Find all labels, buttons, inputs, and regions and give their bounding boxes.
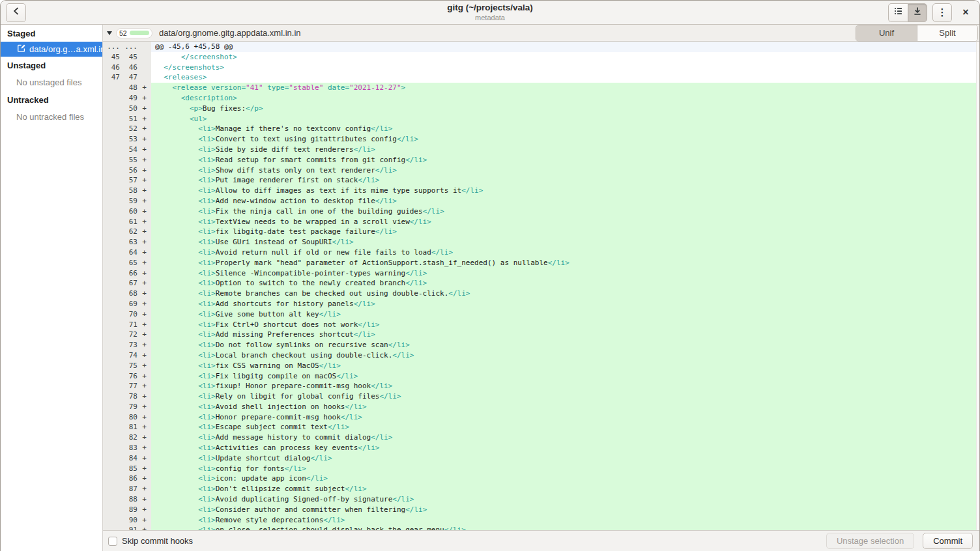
diff-line[interactable]: ......@@ -45,6 +45,58 @@	[103, 42, 979, 52]
diff-line[interactable]: 70+ <li>Give some button alt key</li>	[103, 309, 979, 320]
diff-line[interactable]: 60+ <li>Fix the ninja call in one of the…	[103, 206, 979, 217]
diff-line-code: <li>Read setup for smart commits from gi…	[151, 155, 979, 165]
staged-file-label: data/org.g…a.xml.in.in	[29, 44, 102, 54]
diff-line[interactable]: 48+ <release version="41" type="stable" …	[103, 83, 979, 93]
diff-line[interactable]: 56+ <li>Show diff stats only on text ren…	[103, 165, 979, 176]
diff-line-code: <releases>	[151, 72, 979, 83]
diff-line[interactable]: 54+ <li>Side by side diff text renderers…	[103, 145, 979, 155]
diff-line[interactable]: 71+ <li>Fix Ctrl+O shortcut does not wor…	[103, 320, 979, 330]
diff-line[interactable]: 74+ <li>Local branch checkout using doub…	[103, 350, 979, 361]
diff-line-gutter: 81+	[103, 422, 151, 432]
vertical-scrollbar[interactable]	[976, 42, 979, 530]
diff-line[interactable]: 87+ <li>Don't ellipsize commit subject</…	[103, 484, 979, 494]
diff-line[interactable]: 73+ <li>Do not follow symlinks on recurs…	[103, 340, 979, 350]
diff-line-gutter: 56+	[103, 165, 151, 176]
diff-line-code: <li>Side by side diff text renderers</li…	[151, 145, 979, 155]
diff-line[interactable]: 78+ <li>Rely on libgit for global config…	[103, 391, 979, 402]
diff-line-gutter: 76+	[103, 371, 151, 382]
diff-line-gutter: 83+	[103, 443, 151, 453]
diff-line-code: </screenshots>	[151, 63, 979, 73]
diff-line[interactable]: 76+ <li>Fix libgitg compile on macOS</li…	[103, 371, 979, 382]
diff-line[interactable]: 79+ <li>Avoid shell injection on hooks</…	[103, 402, 979, 412]
unstaged-empty-label: No unstaged files	[1, 74, 102, 91]
diff-line[interactable]: 82+ <li>Add message history to commit di…	[103, 432, 979, 443]
diff-line[interactable]: 90+ <li>Remove style deprecations</li>	[103, 515, 979, 526]
diff-line[interactable]: 86+ <li>icon: update app icon</li>	[103, 473, 979, 484]
list-view-button[interactable]	[888, 3, 908, 22]
unified-mode-button[interactable]: Unif	[856, 25, 917, 41]
diff-file-header: 52 data/org.gnome.gitg.appdata.xml.in.in…	[103, 25, 979, 42]
diff-line[interactable]: 63+ <li>Use GUri instead of SoupURI</li>	[103, 237, 979, 247]
diff-line[interactable]: 52+ <li>Manage if there's no textconv co…	[103, 124, 979, 134]
unstage-selection-button[interactable]: Unstage selection	[826, 533, 914, 549]
close-button[interactable]: ×	[957, 4, 974, 21]
diff-line[interactable]: 69+ <li>Add shortcuts for history panels…	[103, 299, 979, 309]
diff-line[interactable]: 67+ <li>Option to switch to the newly cr…	[103, 278, 979, 289]
split-mode-button[interactable]: Split	[917, 25, 977, 41]
diff-line-code: <li>fixup! Honor prepare-commit-msg hook…	[151, 381, 979, 391]
diff-line[interactable]: 75+ <li>fix CSS warning on MacOS</li>	[103, 361, 979, 371]
diff-line[interactable]: 59+ <li>Add new-window action to desktop…	[103, 196, 979, 206]
diff-line[interactable]: 68+ <li>Remote branches can be checked o…	[103, 289, 979, 299]
commit-view-button[interactable]	[908, 3, 927, 22]
diff-line[interactable]: 51+ <ul>	[103, 114, 979, 124]
diff-line-code: <p>Bug fixes:</p>	[151, 104, 979, 114]
diff-line-gutter: 82+	[103, 432, 151, 443]
diff-line-code: <li>Activities can process key events</l…	[151, 443, 979, 453]
diff-line-code: <li>Manage if there's no textconv config…	[151, 124, 979, 134]
diff-line[interactable]: 4747 <releases>	[103, 72, 979, 83]
diff-line[interactable]: 58+ <li>Allow to diff images as text if …	[103, 186, 979, 196]
diff-line-gutter: 61+	[103, 217, 151, 227]
diff-line[interactable]: 88+ <li>Avoid duplicating Signed-off-by …	[103, 494, 979, 505]
diff-line[interactable]: 72+ <li>Add missing Preferences shortcut…	[103, 330, 979, 340]
skip-commit-hooks-checkbox[interactable]	[108, 537, 117, 546]
diff-line[interactable]: 49+ <description>	[103, 93, 979, 104]
diff-line[interactable]: 4646 </screenshots>	[103, 63, 979, 73]
diff-line[interactable]: 83+ <li>Activities can process key event…	[103, 443, 979, 453]
diff-line-gutter: 54+	[103, 145, 151, 155]
diff-line-code: <li>icon: update app icon</li>	[151, 473, 979, 484]
diff-line[interactable]: 61+ <li>TextView needs to be wrapped in …	[103, 217, 979, 227]
window-title: gitg (~/projects/vala)	[447, 3, 533, 13]
diff-line-code: <release version="41" type="stable" date…	[151, 83, 979, 93]
diff-line[interactable]: 77+ <li>fixup! Honor prepare-commit-msg …	[103, 381, 979, 391]
diff-line-gutter: 74+	[103, 350, 151, 361]
diff-line[interactable]: 80+ <li>Honor prepare-commit-msg hook</l…	[103, 412, 979, 423]
additions-count: 52	[119, 29, 127, 37]
diff-line-gutter: 4747	[103, 72, 151, 83]
file-expander[interactable]: 52	[103, 28, 152, 38]
diff-line-gutter: 55+	[103, 155, 151, 165]
diff-line-code: <li>Rely on libgit for global config fil…	[151, 391, 979, 402]
sidebar-item-staged-file[interactable]: data/org.g…a.xml.in.in	[1, 42, 102, 57]
diff-line[interactable]: 91+ <li>on close, selection should displ…	[103, 525, 979, 530]
menu-button[interactable]: ⋮	[932, 3, 952, 22]
list-icon	[893, 6, 904, 19]
diff-line-code: <li>Fix libgitg compile on macOS</li>	[151, 371, 979, 382]
diff-line-gutter: 89+	[103, 505, 151, 515]
diff-line[interactable]: 55+ <li>Read setup for smart commits fro…	[103, 155, 979, 165]
back-button[interactable]	[6, 3, 26, 22]
untracked-empty-label: No untracked files	[1, 108, 102, 126]
commit-button[interactable]: Commit	[923, 533, 973, 549]
diff-line[interactable]: 4545 </screenshot>	[103, 52, 979, 63]
diff-line[interactable]: 62+ <li>fix libgitg-date test package fa…	[103, 227, 979, 237]
diff-line-code: <li>fix libgitg-date test package failur…	[151, 227, 979, 237]
close-icon: ×	[962, 7, 968, 18]
diff-line[interactable]: 65+ <li>Properly mark "head" parameter o…	[103, 258, 979, 268]
diff-line[interactable]: 66+ <li>Silence -Wincompatible-pointer-t…	[103, 268, 979, 279]
diff-line-code: <li>fix CSS warning on MacOS</li>	[151, 361, 979, 371]
diff-line[interactable]: 81+ <li>Escape subject commit text</li>	[103, 422, 979, 432]
diff-line[interactable]: 89+ <li>Consider author and committer wh…	[103, 505, 979, 515]
diff-line[interactable]: 85+ <li>config for fonts</li>	[103, 464, 979, 474]
diff-line[interactable]: 53+ <li>Convert to text using gitattribu…	[103, 134, 979, 145]
diff-line[interactable]: 57+ <li>Put image renderer first on stac…	[103, 175, 979, 186]
diff-line-gutter: 4545	[103, 52, 151, 63]
diff-line[interactable]: 64+ <li>Avoid return null if old or new …	[103, 247, 979, 258]
diff-line-gutter: 71+	[103, 320, 151, 330]
commit-action-bar: Skip commit hooks Unstage selection Comm…	[103, 530, 979, 551]
diff-line-code: <li>Give some button alt key</li>	[151, 309, 979, 320]
diff-line-gutter: 59+	[103, 196, 151, 206]
diff-line[interactable]: 84+ <li>Update shortcut dialog</li>	[103, 453, 979, 464]
diff-line-code: <ul>	[151, 114, 979, 124]
diff-line[interactable]: 50+ <p>Bug fixes:</p>	[103, 104, 979, 114]
